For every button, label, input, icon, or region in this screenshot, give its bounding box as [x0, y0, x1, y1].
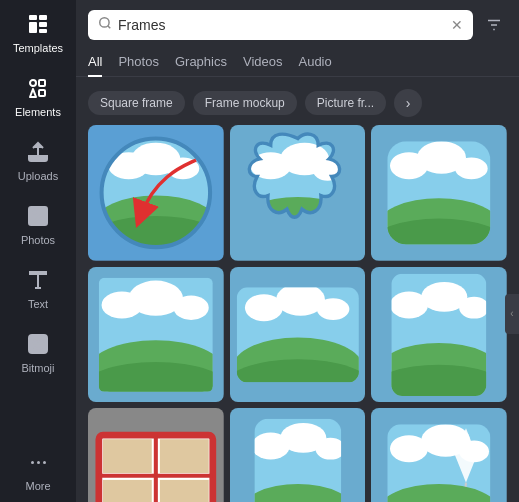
sidebar-item-more[interactable]: More — [0, 438, 76, 502]
search-input[interactable] — [118, 17, 445, 33]
sidebar-item-elements[interactable]: Elements — [0, 64, 76, 128]
tab-all[interactable]: All — [88, 48, 102, 77]
sidebar-item-photos[interactable]: Photos — [0, 192, 76, 256]
results-grid — [88, 125, 507, 502]
chip-frame-mockup[interactable]: Frame mockup — [193, 91, 297, 115]
grid-cell-9[interactable] — [371, 408, 507, 502]
sidebar-item-uploads[interactable]: Uploads — [0, 128, 76, 192]
grid-cell-6[interactable] — [371, 267, 507, 403]
svg-rect-4 — [39, 29, 47, 33]
svg-point-11 — [33, 211, 36, 214]
sidebar: Templates Elements Uploads — [0, 0, 76, 502]
grid-container — [76, 125, 519, 502]
svg-rect-0 — [29, 15, 37, 20]
uploads-icon — [24, 138, 52, 166]
photos-icon — [24, 202, 52, 230]
grid-cell-3[interactable] — [371, 125, 507, 261]
svg-point-5 — [30, 80, 36, 86]
svg-point-17 — [100, 18, 109, 27]
grid-wrapper: ‹ — [76, 125, 519, 502]
text-icon — [24, 266, 52, 294]
svg-rect-14 — [29, 335, 47, 353]
svg-point-68 — [460, 297, 490, 319]
grid-cell-2[interactable] — [230, 125, 366, 261]
sidebar-item-templates[interactable]: Templates — [0, 0, 76, 64]
search-input-wrap: ✕ — [88, 10, 473, 40]
elements-icon — [24, 74, 52, 102]
svg-point-44 — [455, 158, 488, 180]
svg-rect-6 — [39, 80, 45, 86]
svg-point-60 — [316, 298, 349, 320]
chips-row: Square frame Frame mockup Picture fr... … — [76, 85, 519, 125]
svg-marker-7 — [30, 89, 36, 97]
filter-tabs: All Photos Graphics Videos Audio — [76, 48, 519, 77]
svg-point-15 — [34, 341, 37, 344]
sidebar-item-text[interactable]: Text — [0, 256, 76, 320]
svg-point-16 — [40, 341, 43, 344]
svg-point-85 — [315, 438, 345, 460]
chip-square-frame[interactable]: Square frame — [88, 91, 185, 115]
grid-cell-4[interactable] — [88, 267, 224, 403]
search-icon — [98, 16, 112, 34]
chip-picture-frame[interactable]: Picture fr... — [305, 91, 386, 115]
svg-line-18 — [108, 26, 111, 29]
collapse-panel-button[interactable]: ‹ — [505, 294, 519, 334]
grid-cell-1[interactable] — [88, 125, 224, 261]
svg-rect-1 — [39, 15, 47, 20]
templates-icon — [24, 10, 52, 38]
grid-cell-5[interactable] — [230, 267, 366, 403]
sidebar-item-bitmoji[interactable]: Bitmoji — [0, 320, 76, 384]
svg-rect-79 — [160, 480, 209, 502]
sidebar-label-elements: Elements — [15, 106, 61, 118]
search-bar: ✕ — [76, 0, 519, 48]
chips-more-button[interactable]: › — [394, 89, 422, 117]
svg-rect-77 — [160, 440, 209, 474]
tab-graphics[interactable]: Graphics — [175, 48, 227, 77]
tab-audio[interactable]: Audio — [298, 48, 331, 77]
clear-search-button[interactable]: ✕ — [451, 18, 463, 32]
sidebar-label-photos: Photos — [21, 234, 55, 246]
svg-point-28 — [167, 158, 200, 180]
svg-rect-2 — [29, 22, 37, 33]
tab-videos[interactable]: Videos — [243, 48, 283, 77]
grid-cell-8[interactable] — [230, 408, 366, 502]
sidebar-label-uploads: Uploads — [18, 170, 58, 182]
grid-cell-7[interactable] — [88, 408, 224, 502]
svg-rect-8 — [39, 90, 45, 96]
svg-rect-76 — [103, 440, 152, 474]
main-panel: ✕ All Photos Graphics Videos Audio Squar… — [76, 0, 519, 502]
svg-rect-78 — [103, 480, 152, 502]
sidebar-label-text: Text — [28, 298, 48, 310]
sidebar-label-templates: Templates — [13, 42, 63, 54]
bitmoji-icon — [24, 330, 52, 358]
svg-point-52 — [173, 295, 208, 319]
more-icon — [24, 448, 52, 476]
filter-button[interactable] — [481, 12, 507, 38]
tab-photos[interactable]: Photos — [118, 48, 158, 77]
svg-rect-3 — [39, 22, 47, 27]
sidebar-label-more: More — [25, 480, 50, 492]
sidebar-label-bitmoji: Bitmoji — [21, 362, 54, 374]
